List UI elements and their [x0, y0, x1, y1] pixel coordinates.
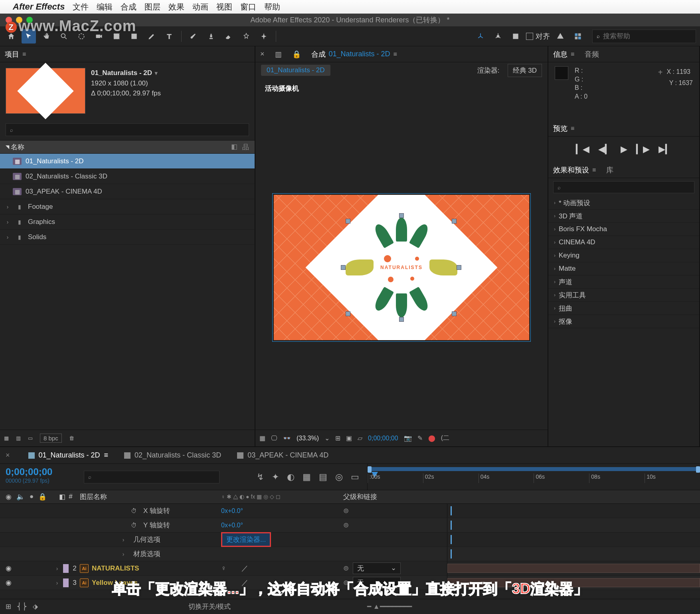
timeline-tab[interactable]: 01_Naturalists - 2D≡ — [28, 451, 109, 460]
comp-breadcrumb[interactable]: 01_Naturalists - 2D — [261, 65, 330, 76]
timeline-timecode[interactable]: 0;00;00;00 — [6, 466, 78, 477]
property-geometry[interactable]: 几何选项 — [130, 535, 160, 544]
timeline-search[interactable]: ⌕ — [84, 471, 219, 483]
timeline-tab[interactable]: 03_APEAK - CINEMA 4D — [237, 451, 328, 460]
3d-view-tool[interactable] — [508, 29, 523, 44]
value-y-rot[interactable]: 0x+0.0° — [221, 522, 243, 529]
chevron-right-icon[interactable]: › — [120, 537, 127, 543]
menu-edit[interactable]: 编辑 — [97, 2, 113, 12]
effect-category[interactable]: ›3D 声道 — [548, 210, 699, 223]
chevron-right-icon[interactable]: › — [53, 565, 61, 572]
sort-icon[interactable]: ◥ — [6, 144, 9, 150]
effect-category[interactable]: ›抠像 — [548, 315, 699, 328]
stopwatch-icon[interactable]: ⏱ — [131, 522, 137, 529]
pickwhip-icon[interactable]: ⊚ — [343, 507, 349, 515]
chevron-right-icon[interactable]: › — [4, 234, 11, 240]
parent-dropdown[interactable]: 无⌄ — [353, 577, 401, 588]
project-row[interactable]: ▦01_Naturalists - 2D — [0, 154, 255, 169]
label-col-icon[interactable]: ◧ — [59, 493, 65, 501]
panbehind-tool[interactable] — [109, 29, 124, 44]
effect-category[interactable]: ›实用工具 — [548, 289, 699, 302]
panel-menu-icon[interactable]: ≡ — [104, 451, 109, 460]
project-row[interactable]: ›▮Solids — [0, 230, 255, 245]
effect-category[interactable]: ›声道 — [548, 275, 699, 289]
project-row[interactable]: ›▮Graphics — [0, 214, 255, 230]
orbit-tool[interactable] — [74, 29, 89, 44]
interpret-icon[interactable]: ▦ — [4, 435, 9, 441]
timeline-tab[interactable]: 02_Naturalists - Classic 3D — [124, 451, 221, 460]
new-folder-icon[interactable]: ▥ — [16, 435, 21, 441]
effect-category[interactable]: ›Keying — [548, 249, 699, 262]
3d-world-tool[interactable] — [491, 29, 505, 44]
zoom-tool[interactable] — [57, 29, 71, 44]
layer-name[interactable]: Yellow Leaves — [92, 579, 138, 587]
tab-preview[interactable]: 预览≡ — [553, 124, 574, 133]
clone-tool[interactable] — [204, 29, 218, 44]
col-layer-name[interactable]: 图层名称 — [80, 492, 219, 501]
crop-icon[interactable]: ▱ — [358, 434, 362, 442]
selection-tool[interactable] — [22, 29, 36, 44]
brace-icon[interactable]: ⎨⎬ — [17, 602, 27, 611]
layer-name[interactable]: NATURALISTS — [92, 564, 139, 572]
play-button[interactable]: ▶ — [621, 144, 627, 154]
window-minimize-button[interactable] — [16, 17, 22, 23]
chevron-right-icon[interactable]: › — [4, 219, 11, 225]
audio-col-icon[interactable]: 🔈 — [16, 493, 25, 501]
bpc-button[interactable]: 8 bpc — [40, 434, 62, 443]
menu-anim[interactable]: 动画 — [192, 2, 208, 12]
col-name[interactable]: 名称 — [11, 143, 24, 152]
project-row[interactable]: ▦03_APEAK - CINEMA 4D — [0, 184, 255, 199]
label-color[interactable] — [63, 578, 69, 587]
effect-category[interactable]: ›Boris FX Mocha — [548, 223, 699, 236]
chevron-right-icon[interactable]: › — [120, 551, 127, 557]
last-frame-button[interactable]: ▶▎ — [658, 144, 672, 154]
draft-icon[interactable]: ▭ — [351, 472, 359, 482]
menu-help[interactable]: 帮助 — [264, 2, 280, 12]
project-search[interactable]: ⌕ — [6, 123, 249, 136]
prev-frame-button[interactable]: ◀▎ — [598, 144, 612, 154]
shy-icon[interactable]: ↯ — [257, 472, 264, 482]
lock-col-icon[interactable]: 🔒 — [38, 493, 47, 501]
text-tool[interactable] — [162, 29, 176, 44]
new-comp-icon[interactable]: ▭ — [28, 435, 33, 441]
effect-category[interactable]: ›Matte — [548, 262, 699, 275]
window-close-button[interactable] — [6, 17, 12, 23]
home-tool[interactable] — [4, 29, 18, 44]
help-search-input[interactable] — [603, 32, 692, 40]
stopwatch-icon[interactable]: ⏱ — [131, 507, 137, 514]
hand-tool[interactable] — [39, 29, 53, 44]
parent-dropdown[interactable]: 无⌄ — [353, 563, 401, 574]
region-icon[interactable]: ▣ — [346, 434, 352, 442]
chevron-down-icon[interactable]: ⌄ — [324, 434, 330, 442]
menu-layer[interactable]: 图层 — [144, 2, 160, 12]
frame-blend-icon[interactable]: ▤ — [319, 472, 327, 482]
col-label-icon[interactable]: 品 — [242, 143, 249, 152]
rect-tool[interactable] — [127, 29, 141, 44]
property-y-rot[interactable]: Y 轴旋转 — [140, 521, 170, 530]
tab-library[interactable]: 库 — [606, 165, 613, 175]
snap-align[interactable]: 对齐 — [526, 32, 550, 41]
comp-canvas[interactable]: NATURALISTS — [274, 195, 529, 340]
pickwhip-icon[interactable]: ⊚ — [343, 578, 349, 587]
eye-icon[interactable]: ◉ — [6, 564, 12, 572]
fx-icon[interactable]: ✦ — [272, 472, 279, 482]
grid-icon[interactable]: ▦ — [259, 434, 265, 442]
effects-search[interactable]: ⌕ — [553, 181, 694, 193]
close-icon[interactable]: × — [260, 50, 265, 58]
tab-composition[interactable]: 合成 01_Naturalists - 2D ≡ — [311, 50, 397, 59]
camera-tool[interactable] — [92, 29, 106, 44]
zoom-level[interactable]: (33.3%) — [297, 435, 319, 442]
col-type-icon[interactable]: ◧ — [231, 143, 237, 152]
current-timecode[interactable]: 0;00;00;00 — [368, 435, 398, 442]
property-material[interactable]: 材质选项 — [130, 549, 160, 559]
eye-col-icon[interactable]: ◉ — [6, 493, 12, 501]
value-x-rot[interactable]: 0x+0.0° — [221, 507, 243, 514]
next-frame-button[interactable]: ▎▶ — [636, 144, 650, 154]
graph-icon[interactable]: ▦ — [303, 472, 311, 482]
first-frame-button[interactable]: ▎◀ — [576, 144, 589, 154]
render-icon[interactable]: ⬗ — [33, 602, 38, 611]
toggle-switches-button[interactable]: 切换开关/模式 — [52, 602, 367, 611]
tab-project[interactable]: 项目≡ — [5, 50, 26, 59]
panel-menu-icon[interactable]: ≡ — [22, 51, 26, 58]
chevron-right-icon[interactable]: › — [4, 204, 11, 210]
